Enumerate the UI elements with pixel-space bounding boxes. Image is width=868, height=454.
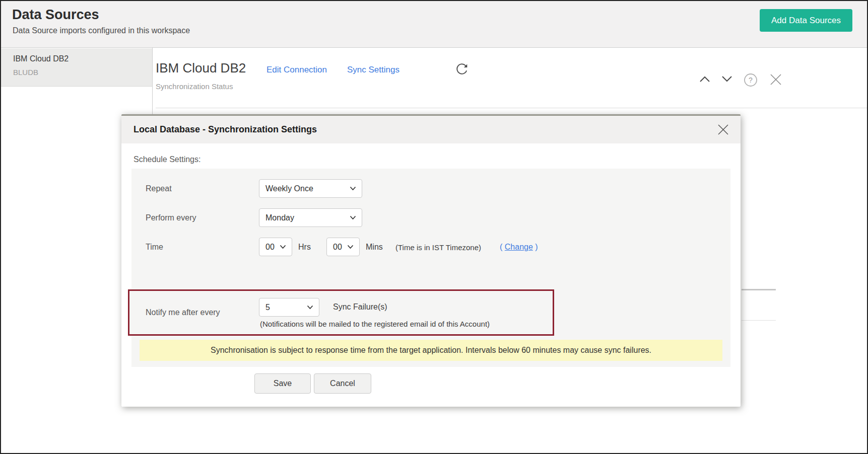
hours-select-value: 00 bbox=[265, 243, 275, 252]
change-link-suffix: ) bbox=[533, 243, 538, 251]
sidebar-divider bbox=[152, 48, 153, 114]
dialog-close-icon[interactable] bbox=[717, 123, 729, 136]
select-caret-icon bbox=[350, 186, 356, 191]
cancel-button[interactable]: Cancel bbox=[314, 373, 371, 394]
schedule-settings-label: Schedule Settings: bbox=[133, 155, 201, 164]
change-link-text: Change bbox=[505, 243, 533, 251]
page-subtitle: Data Source imports configured in this w… bbox=[13, 26, 190, 35]
select-caret-icon bbox=[307, 305, 313, 310]
timezone-note: (Time is in IST Timezone) bbox=[395, 243, 481, 252]
sync-failures-select-value: 5 bbox=[265, 303, 270, 312]
close-icon[interactable] bbox=[769, 72, 783, 87]
select-caret-icon bbox=[280, 245, 286, 249]
sidebar-item-subtitle: BLUDB bbox=[13, 68, 38, 77]
perform-every-select[interactable]: Monday bbox=[259, 208, 362, 227]
minutes-select[interactable]: 00 bbox=[326, 238, 360, 256]
mins-unit-label: Mins bbox=[366, 243, 383, 252]
refresh-icon[interactable] bbox=[455, 62, 469, 75]
sync-warning-note: Synchronisation is subject to response t… bbox=[140, 340, 722, 361]
time-label: Time bbox=[146, 243, 163, 252]
change-timezone-link[interactable]: ( Change ) bbox=[500, 243, 538, 252]
repeat-select-value: Weekly Once bbox=[265, 184, 313, 193]
background-table-line bbox=[742, 289, 776, 290]
hours-select[interactable]: 00 bbox=[259, 238, 292, 256]
chevron-up-icon[interactable] bbox=[699, 75, 711, 83]
change-link-prefix: ( bbox=[500, 243, 505, 251]
content-divider bbox=[156, 108, 868, 108]
edit-connection-link[interactable]: Edit Connection bbox=[266, 65, 327, 75]
svg-text:?: ? bbox=[749, 76, 753, 84]
hrs-unit-label: Hrs bbox=[298, 243, 311, 252]
sidebar-item-name: IBM Cloud DB2 bbox=[13, 54, 69, 63]
sidebar-item-ibm-cloud-db2[interactable]: IBM Cloud DB2 BLUDB bbox=[1, 48, 152, 87]
sync-settings-dialog: Local Database - Synchronization Setting… bbox=[121, 114, 741, 407]
perform-every-select-value: Monday bbox=[265, 213, 294, 222]
sync-failures-select[interactable]: 5 bbox=[259, 298, 319, 317]
datasource-title: IBM Cloud DB2 bbox=[156, 60, 246, 76]
dialog-header: Local Database - Synchronization Setting… bbox=[121, 116, 741, 143]
notify-highlight-box: Notify me after every 5 Sync Failure(s) … bbox=[128, 289, 554, 336]
schedule-form-panel: Repeat Weekly Once Perform every Monday … bbox=[131, 169, 730, 367]
sync-failures-suffix: Sync Failure(s) bbox=[333, 302, 387, 312]
repeat-label: Repeat bbox=[146, 184, 172, 193]
sync-status-label: Synchronization Status bbox=[156, 82, 233, 91]
notify-label: Notify me after every bbox=[146, 308, 220, 317]
select-caret-icon bbox=[347, 245, 354, 249]
page-header: Data Sources Data Source imports configu… bbox=[1, 1, 867, 48]
help-icon[interactable]: ? bbox=[744, 73, 758, 87]
perform-every-label: Perform every bbox=[146, 213, 196, 222]
chevron-down-icon[interactable] bbox=[721, 75, 733, 83]
notifications-note: (Notifications will be mailed to the reg… bbox=[260, 320, 490, 328]
sync-settings-link[interactable]: Sync Settings bbox=[347, 65, 399, 75]
repeat-select[interactable]: Weekly Once bbox=[259, 179, 362, 198]
app-window: Data Sources Data Source imports configu… bbox=[0, 0, 868, 454]
dialog-title: Local Database - Synchronization Setting… bbox=[133, 116, 317, 143]
add-data-sources-button[interactable]: Add Data Sources bbox=[760, 9, 852, 32]
save-button[interactable]: Save bbox=[254, 373, 311, 394]
minutes-select-value: 00 bbox=[333, 243, 342, 252]
select-caret-icon bbox=[350, 215, 356, 220]
background-table-line bbox=[742, 320, 776, 321]
page-title: Data Sources bbox=[12, 7, 99, 23]
